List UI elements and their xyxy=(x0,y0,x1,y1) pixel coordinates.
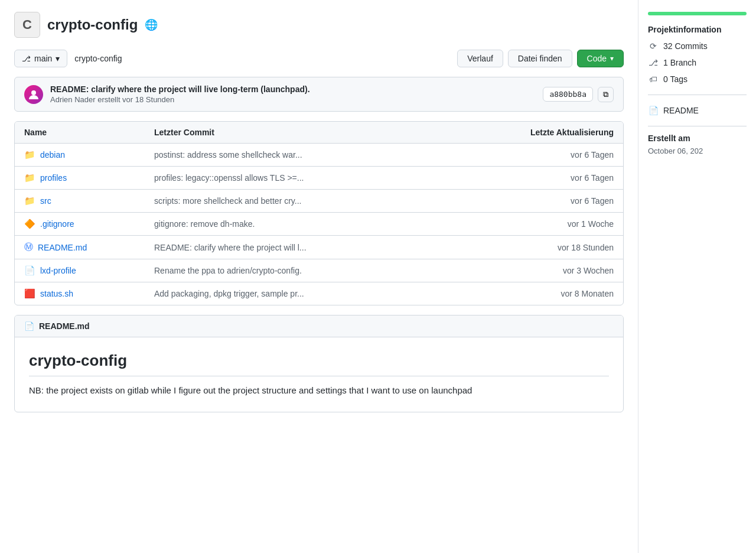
update-time: vor 1 Woche xyxy=(496,219,614,229)
table-row: 🔶 .gitignore gitignore: remove dh-make. … xyxy=(15,213,623,236)
table-row: 📁 profiles profiles: legacy::openssl all… xyxy=(15,167,623,190)
toolbar: ⎇ main ▾ crypto-config Verlauf Datei fin… xyxy=(14,50,624,67)
file-link-src[interactable]: 📁 src xyxy=(24,196,154,206)
table-row: 🟥 status.sh Add packaging, dpkg trigger,… xyxy=(15,282,623,305)
commit-author-avatar xyxy=(24,85,43,104)
breadcrumb: crypto-config xyxy=(74,54,122,63)
col-name: Name xyxy=(24,128,154,137)
folder-icon: 📁 xyxy=(24,173,35,183)
sidebar: Projektinformation ⟳ 32 Commits ⎇ 1 Bran… xyxy=(638,0,756,553)
commit-message: profiles: legacy::openssl allows TLS >=.… xyxy=(154,173,496,183)
commit-title[interactable]: README: clarify where the project will l… xyxy=(50,84,536,94)
table-row: 📄 lxd-profile Rename the ppa to adrien/c… xyxy=(15,259,623,282)
table-row: 📁 src scripts: more shellcheck and bette… xyxy=(15,190,623,213)
branch-count: 1 Branch xyxy=(663,58,696,67)
commit-hash[interactable]: a880bb8a xyxy=(543,87,593,102)
sidebar-divider xyxy=(648,95,747,95)
branch-sidebar-icon: ⎇ xyxy=(648,58,659,67)
file-link-status-sh[interactable]: 🟥 status.sh xyxy=(24,288,154,299)
commit-info: README: clarify where the project will l… xyxy=(50,84,536,104)
update-time: vor 8 Monaten xyxy=(496,289,614,298)
commit-message: gitignore: remove dh-make. xyxy=(154,219,496,229)
script-icon: 🟥 xyxy=(24,288,35,299)
folder-icon: 📁 xyxy=(24,196,35,206)
branch-icon: ⎇ xyxy=(22,54,31,63)
verlauf-button[interactable]: Verlauf xyxy=(457,50,503,67)
file-link-profiles[interactable]: 📁 profiles xyxy=(24,173,154,183)
readme-section: 📄 README.md crypto-config NB: the projec… xyxy=(14,315,624,412)
datei-finden-button[interactable]: Datei finden xyxy=(508,50,572,67)
progress-bar xyxy=(648,12,747,15)
col-commit: Letzter Commit xyxy=(154,128,496,137)
branch-name: main xyxy=(34,54,52,63)
sidebar-readme[interactable]: 📄 README xyxy=(648,102,747,119)
branch-selector[interactable]: ⎇ main ▾ xyxy=(14,50,67,67)
file-link-debian[interactable]: 📁 debian xyxy=(24,149,154,160)
copy-hash-button[interactable]: ⧉ xyxy=(598,87,614,102)
projektinfo-label: Projektinformation xyxy=(648,25,747,34)
file-table-header: Name Letzter Commit Letzte Aktualisierun… xyxy=(15,122,623,144)
commits-icon: ⟳ xyxy=(648,41,659,51)
globe-icon: 🌐 xyxy=(145,18,158,31)
sidebar-tags[interactable]: 🏷 0 Tags xyxy=(648,71,747,87)
readme-content: NB: the project exists on gitlab while I… xyxy=(29,383,609,398)
update-time: vor 6 Tagen xyxy=(496,173,614,183)
file-link-gitignore[interactable]: 🔶 .gitignore xyxy=(24,219,154,229)
commit-meta: Adrien Nader erstellt vor 18 Stunden xyxy=(50,95,536,104)
commit-message: scripts: more shellcheck and better cry.… xyxy=(154,196,496,206)
repo-title: crypto-config xyxy=(47,17,138,33)
markdown-icon: Ⓜ xyxy=(24,242,33,253)
commit-message: postinst: address some shellcheck war... xyxy=(154,150,496,160)
chevron-down-icon: ▾ xyxy=(56,54,60,63)
update-time: vor 3 Wochen xyxy=(496,266,614,275)
tag-icon: 🏷 xyxy=(648,74,659,84)
file-text-icon: 📄 xyxy=(24,265,35,276)
table-row: Ⓜ README.md README: clarify where the pr… xyxy=(15,236,623,259)
chevron-down-icon: ▾ xyxy=(610,54,614,63)
commit-hash-area: a880bb8a ⧉ xyxy=(543,87,614,102)
readme-header: 📄 README.md xyxy=(15,315,623,337)
folder-icon: 📁 xyxy=(24,149,35,160)
file-link-readme[interactable]: Ⓜ README.md xyxy=(24,242,154,253)
created-date: October 06, 202 xyxy=(648,147,747,155)
file-link-lxd-profile[interactable]: 📄 lxd-profile xyxy=(24,265,154,276)
sidebar-branch[interactable]: ⎇ 1 Branch xyxy=(648,54,747,71)
table-row: 📁 debian postinst: address some shellche… xyxy=(15,144,623,167)
update-time: vor 18 Stunden xyxy=(496,243,614,252)
commit-message: Rename the ppa to adrien/crypto-config. xyxy=(154,266,496,275)
svg-point-0 xyxy=(31,90,36,95)
file-table: Name Letzter Commit Letzte Aktualisierun… xyxy=(14,121,624,305)
commits-count: 32 Commits xyxy=(663,41,708,51)
code-button[interactable]: Code ▾ xyxy=(577,50,624,67)
commit-message: README: clarify where the project will l… xyxy=(154,243,496,252)
readme-body: crypto-config NB: the project exists on … xyxy=(15,337,623,412)
col-updated: Letzte Aktualisierung xyxy=(496,128,614,137)
created-label: Erstellt am xyxy=(648,134,747,143)
repo-avatar: C xyxy=(14,12,40,38)
update-time: vor 6 Tagen xyxy=(496,196,614,206)
update-time: vor 6 Tagen xyxy=(496,150,614,160)
gitignore-icon: 🔶 xyxy=(24,219,35,229)
sidebar-commits[interactable]: ⟳ 32 Commits xyxy=(648,38,747,54)
readme-header-label: README.md xyxy=(39,321,90,331)
commit-message: Add packaging, dpkg trigger, sample pr..… xyxy=(154,289,496,298)
readme-file-icon: 📄 xyxy=(24,321,34,331)
sidebar-divider-2 xyxy=(648,126,747,126)
readme-title: crypto-config xyxy=(29,352,609,376)
tags-count: 0 Tags xyxy=(663,74,687,84)
readme-sidebar-label: README xyxy=(663,106,699,115)
copy-icon: ⧉ xyxy=(603,90,608,99)
readme-sidebar-icon: 📄 xyxy=(648,106,659,115)
commit-box: README: clarify where the project will l… xyxy=(14,77,624,112)
